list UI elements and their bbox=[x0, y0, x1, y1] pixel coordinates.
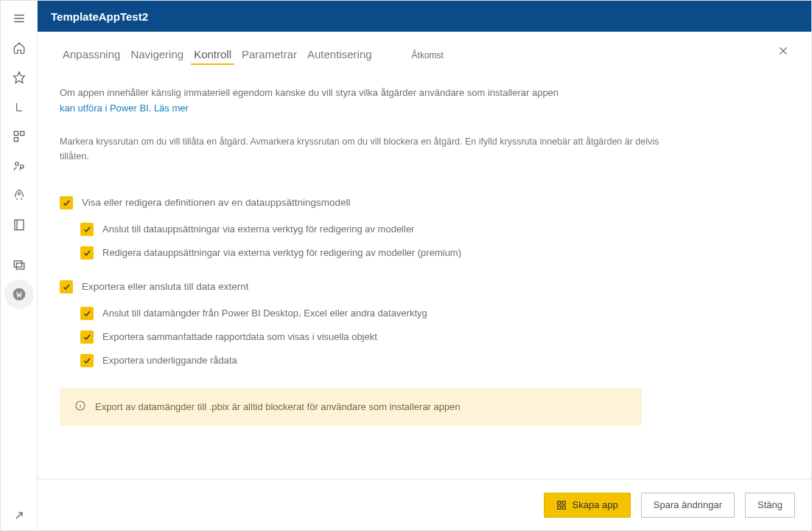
checkbox-group1[interactable] bbox=[60, 196, 73, 209]
workspaces-icon[interactable] bbox=[4, 250, 34, 280]
svg-point-8 bbox=[20, 165, 24, 169]
svg-rect-6 bbox=[14, 138, 18, 142]
svg-marker-3 bbox=[13, 72, 24, 83]
checkbox-group2[interactable] bbox=[60, 280, 73, 294]
save-label: Spara ändringar bbox=[654, 499, 722, 510]
left-nav bbox=[1, 1, 38, 530]
group2-child-0-label: Anslut till datamängder från Power BI De… bbox=[102, 308, 427, 319]
intro-line1: Om appen innehåller känslig immateriell … bbox=[60, 87, 559, 98]
group2-parent-label: Exportera eller ansluta till data extern… bbox=[82, 281, 249, 292]
info-banner: Export av datamängder till .pbix är allt… bbox=[60, 388, 642, 426]
close-label: Stäng bbox=[757, 499, 783, 510]
group1-child-1-label: Redigera datauppsättningar via externa v… bbox=[102, 247, 461, 258]
group2-parent-row: Exportera eller ansluta till data extern… bbox=[60, 280, 789, 294]
create-app-label: Skapa app bbox=[573, 499, 618, 510]
tabs: Anpassning Navigering Kontroll Parametra… bbox=[60, 45, 789, 65]
svg-rect-24 bbox=[562, 506, 565, 509]
svg-point-7 bbox=[15, 162, 18, 166]
svg-rect-12 bbox=[14, 261, 22, 267]
group2-child-1-label: Exportera sammanfattade rapportdata som … bbox=[102, 331, 377, 342]
svg-rect-22 bbox=[562, 501, 565, 504]
checkbox-group2-child-1[interactable] bbox=[80, 330, 94, 344]
group2-child-2-label: Exportera underliggande rådata bbox=[102, 355, 237, 366]
checkbox-group1-child-0[interactable] bbox=[80, 223, 94, 236]
footer: Skapa app Spara ändringar Stäng bbox=[38, 479, 811, 530]
learn-icon[interactable] bbox=[4, 210, 34, 240]
info-icon bbox=[74, 400, 86, 414]
svg-rect-10 bbox=[15, 220, 24, 230]
shared-icon[interactable] bbox=[4, 151, 34, 181]
info-banner-text: Export av datamängder till .pbix är allt… bbox=[95, 401, 461, 412]
tab-atkomst[interactable]: Åtkomst bbox=[409, 47, 447, 63]
tab-anpassning[interactable]: Anpassning bbox=[60, 45, 123, 63]
intro-sub: Markera kryssrutan om du vill tillåta en… bbox=[60, 134, 664, 164]
svg-line-15 bbox=[16, 513, 22, 518]
close-icon[interactable] bbox=[773, 41, 794, 61]
menu-icon[interactable] bbox=[4, 4, 34, 33]
intro-link[interactable]: kan utföra i Power BI. Läs mer bbox=[60, 103, 189, 114]
group1-child-1-row: Redigera datauppsättningar via externa v… bbox=[80, 246, 789, 260]
tab-parametrar[interactable]: Parametrar bbox=[239, 45, 300, 63]
expand-icon[interactable] bbox=[4, 501, 34, 530]
content-area: Anpassning Navigering Kontroll Parametra… bbox=[38, 32, 811, 479]
star-icon[interactable] bbox=[4, 63, 34, 92]
deployment-icon[interactable] bbox=[4, 181, 34, 210]
recent-icon[interactable] bbox=[4, 92, 34, 122]
tab-autentisering[interactable]: Autentisering bbox=[304, 45, 375, 63]
group2-child-1-row: Exportera sammanfattade rapportdata som … bbox=[80, 330, 789, 344]
svg-rect-4 bbox=[14, 131, 18, 135]
app-header: TemplateAppTest2 bbox=[38, 1, 811, 32]
save-button[interactable]: Spara ändringar bbox=[641, 493, 735, 518]
checkbox-group2-child-0[interactable] bbox=[80, 307, 94, 320]
current-workspace-icon[interactable] bbox=[4, 280, 34, 309]
checkbox-group2-child-2[interactable] bbox=[80, 354, 94, 367]
grid-icon bbox=[556, 500, 567, 510]
app-title: TemplateAppTest2 bbox=[51, 10, 148, 23]
group2-child-2-row: Exportera underliggande rådata bbox=[80, 354, 789, 367]
svg-rect-23 bbox=[557, 506, 560, 509]
tab-kontroll[interactable]: Kontroll bbox=[191, 45, 234, 65]
create-app-button[interactable]: Skapa app bbox=[544, 493, 631, 518]
apps-icon[interactable] bbox=[4, 122, 34, 151]
group1-child-0-row: Anslut till datauppsättningar via extern… bbox=[80, 223, 789, 236]
home-icon[interactable] bbox=[4, 33, 34, 63]
svg-rect-13 bbox=[16, 263, 24, 269]
group1-parent-label: Visa eller redigera definitionen av en d… bbox=[82, 197, 351, 208]
svg-rect-21 bbox=[557, 501, 560, 504]
tab-navigering[interactable]: Navigering bbox=[127, 45, 186, 63]
intro-text: Om appen innehåller känslig immateriell … bbox=[60, 86, 738, 117]
group2-child-0-row: Anslut till datamängder från Power BI De… bbox=[80, 307, 789, 320]
checkbox-group1-child-1[interactable] bbox=[80, 246, 94, 260]
group1-child-0-label: Anslut till datauppsättningar via extern… bbox=[102, 223, 414, 235]
group1-parent-row: Visa eller redigera definitionen av en d… bbox=[60, 196, 789, 209]
svg-point-9 bbox=[18, 192, 20, 195]
svg-rect-5 bbox=[20, 131, 24, 135]
close-button[interactable]: Stäng bbox=[745, 493, 795, 518]
